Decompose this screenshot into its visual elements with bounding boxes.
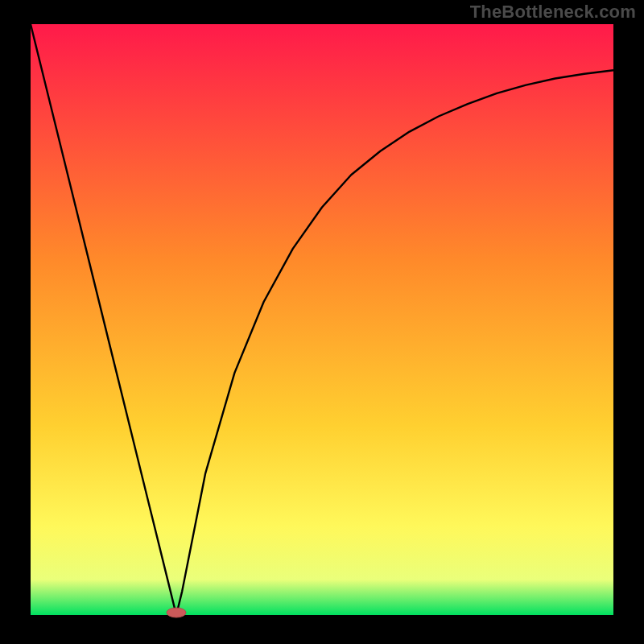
bottleneck-chart — [0, 0, 644, 644]
chart-frame: { "watermark": "TheBottleneck.com", "col… — [0, 0, 644, 644]
optimal-marker — [167, 608, 186, 617]
plot-background — [31, 24, 613, 615]
